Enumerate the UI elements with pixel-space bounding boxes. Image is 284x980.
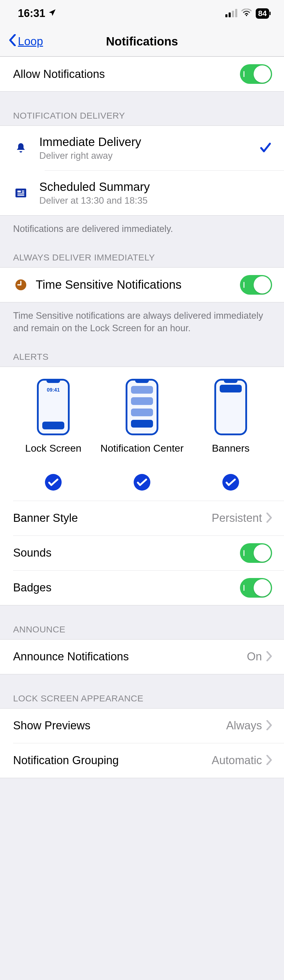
lock-screen-preview-icon: 09:41	[37, 379, 70, 435]
chevron-right-icon	[266, 651, 272, 662]
nav-bar: Loop Notifications	[0, 27, 284, 56]
delivery-immediate-sub: Deliver right away	[39, 150, 259, 161]
alert-lock-check[interactable]	[45, 474, 62, 492]
alert-lock-label: Lock Screen	[25, 442, 81, 469]
back-label: Loop	[18, 35, 43, 48]
delivery-header: NOTIFICATION DELIVERY	[0, 92, 284, 126]
allow-notifications-label: Allow Notifications	[13, 68, 240, 81]
cellular-icon	[225, 10, 237, 17]
lock-appearance-header: LOCK SCREEN APPEARANCE	[0, 675, 284, 708]
wifi-icon	[241, 8, 252, 18]
alert-location-lock-screen[interactable]: 09:41 Lock Screen	[11, 379, 95, 492]
notification-center-preview-icon	[126, 379, 158, 435]
checkmark-icon	[259, 141, 272, 155]
delivery-scheduled-row[interactable]: Scheduled Summary Deliver at 13:30 and 1…	[0, 171, 284, 215]
delivery-footer: Notifications are delivered immediately.	[0, 216, 284, 238]
banner-style-value: Persistent	[212, 512, 262, 525]
announce-row[interactable]: Announce Notifications On	[0, 640, 284, 674]
newspaper-icon	[13, 188, 29, 198]
announce-header: ANNOUNCE	[0, 605, 284, 639]
alert-center-label: Notification Center	[101, 442, 183, 469]
svg-rect-1	[16, 189, 26, 197]
alert-location-notification-center[interactable]: Notification Center	[101, 379, 183, 492]
banner-style-row[interactable]: Banner Style Persistent	[0, 501, 284, 536]
notification-grouping-value: Automatic	[212, 754, 262, 767]
chevron-right-icon	[266, 512, 272, 524]
sounds-row[interactable]: Sounds	[0, 536, 284, 570]
status-bar: 16:31 84	[0, 0, 284, 27]
badges-toggle[interactable]	[240, 578, 272, 598]
delivery-scheduled-title: Scheduled Summary	[39, 180, 272, 194]
bell-icon	[13, 142, 29, 154]
time-sensitive-row[interactable]: Time Sensitive Notifications	[0, 267, 284, 302]
delivery-immediate-row[interactable]: Immediate Delivery Deliver right away	[0, 126, 284, 170]
notification-grouping-row[interactable]: Notification Grouping Automatic	[0, 743, 284, 778]
sounds-label: Sounds	[13, 546, 240, 559]
always-header: ALWAYS DELIVER IMMEDIATELY	[0, 238, 284, 267]
show-previews-row[interactable]: Show Previews Always	[0, 708, 284, 743]
banner-style-label: Banner Style	[13, 512, 212, 525]
show-previews-value: Always	[226, 719, 262, 732]
sounds-toggle[interactable]	[240, 543, 272, 563]
back-button[interactable]: Loop	[9, 34, 43, 49]
chevron-right-icon	[266, 755, 272, 766]
page-title: Notifications	[106, 35, 178, 48]
svg-rect-6	[22, 192, 24, 193]
banners-preview-icon	[214, 379, 247, 435]
notification-grouping-label: Notification Grouping	[13, 754, 212, 767]
status-time: 16:31	[18, 7, 45, 20]
chevron-left-icon	[9, 34, 16, 49]
alert-banners-check[interactable]	[222, 474, 239, 492]
delivery-scheduled-sub: Deliver at 13:30 and 18:35	[39, 195, 272, 206]
svg-rect-3	[18, 194, 24, 194]
allow-notifications-row[interactable]: Allow Notifications	[0, 57, 284, 91]
svg-point-0	[246, 15, 247, 16]
alert-banners-label: Banners	[212, 442, 250, 469]
battery-icon: 84	[256, 8, 269, 19]
alerts-header: ALERTS	[0, 337, 284, 367]
delivery-immediate-title: Immediate Delivery	[39, 135, 259, 149]
chevron-right-icon	[266, 720, 272, 732]
badges-label: Badges	[13, 581, 240, 594]
clock-icon	[13, 279, 29, 291]
always-footer: Time Sensitive notifications are always …	[0, 302, 284, 337]
alert-location-banners[interactable]: Banners	[189, 379, 273, 492]
svg-rect-2	[18, 191, 21, 192]
svg-rect-5	[22, 191, 24, 191]
alert-center-check[interactable]	[134, 474, 150, 492]
time-sensitive-toggle[interactable]	[240, 275, 272, 295]
announce-value: On	[247, 650, 262, 663]
announce-label: Announce Notifications	[13, 650, 247, 663]
time-sensitive-label: Time Sensitive Notifications	[36, 278, 240, 291]
badges-row[interactable]: Badges	[0, 571, 284, 605]
location-icon	[48, 7, 57, 20]
allow-notifications-toggle[interactable]	[240, 64, 272, 84]
svg-rect-4	[18, 195, 24, 196]
show-previews-label: Show Previews	[13, 719, 226, 732]
